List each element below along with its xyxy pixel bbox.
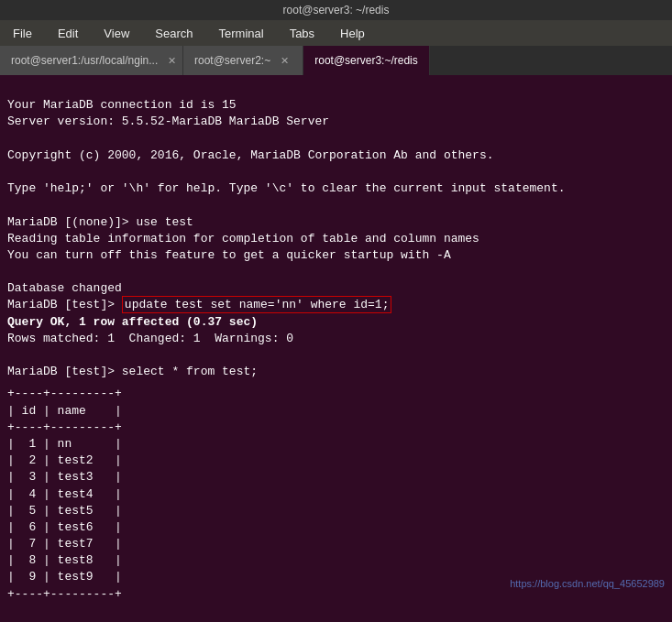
- tab-server1[interactable]: root@server1:/usr/local/ngin... ✕: [0, 46, 183, 75]
- tab-server3-label: root@server3:~/redis: [314, 54, 418, 67]
- menu-view[interactable]: View: [98, 25, 135, 42]
- highlighted-command: update test set name='nn' where id=1;: [122, 296, 392, 313]
- table-row: +----+---------+: [7, 587, 122, 601]
- menu-terminal[interactable]: Terminal: [214, 25, 270, 42]
- line-reading-table: Reading table information for completion…: [7, 232, 479, 246]
- tab-server1-label: root@server1:/usr/local/ngin...: [11, 54, 158, 67]
- table-row: | id | name |: [7, 404, 122, 418]
- tabs-bar: root@server1:/usr/local/ngin... ✕ root@s…: [0, 46, 672, 75]
- table-row: | 8 | test8 |: [7, 553, 122, 567]
- line-server-version: Server version: 5.5.52-MariaDB MariaDB S…: [7, 115, 329, 128]
- table-row: | 2 | test2 |: [7, 453, 122, 467]
- line-rows-matched: Rows matched: 1 Changed: 1 Warnings: 0: [7, 332, 293, 345]
- table-row: +----+---------+: [7, 387, 122, 400]
- line-db-changed: Database changed: [7, 281, 122, 295]
- line-query-ok: Query OK, 1 row affected (0.37 sec): [7, 315, 258, 329]
- prompt-update: MariaDB [test]>: [7, 298, 122, 311]
- line-turn-off: You can turn off this feature to get a q…: [7, 248, 451, 262]
- result-line: 9 rows in set (0.00 sec) MariaDB [test]>: [0, 608, 672, 622]
- menu-edit[interactable]: Edit: [52, 25, 83, 42]
- title-bar: root@server3: ~/redis: [0, 0, 672, 20]
- watermark: https://blog.csdn.net/qq_45652989: [510, 578, 665, 589]
- line-select: MariaDB [test]> select * from test;: [7, 365, 258, 378]
- menu-tabs[interactable]: Tabs: [284, 25, 320, 42]
- table-row: | 3 | test3 |: [7, 470, 122, 484]
- tab-server2[interactable]: root@server2:~ ✕: [183, 46, 303, 75]
- tab-server1-close[interactable]: ✕: [165, 54, 179, 68]
- table-row: | 7 | test7 |: [7, 537, 122, 551]
- line-connection-id: Your MariaDB connection id is 15: [7, 98, 237, 112]
- line-copyright: Copyright (c) 2000, 2016, Oracle, MariaD…: [7, 148, 494, 162]
- title-text: root@server3: ~/redis: [283, 4, 390, 16]
- table-row: +----+---------+: [7, 420, 122, 434]
- menu-help[interactable]: Help: [335, 25, 370, 42]
- line-help-hint: Type 'help;' or '\h' for help. Type '\c'…: [7, 181, 566, 195]
- menu-file[interactable]: File: [7, 25, 38, 42]
- tab-server2-label: root@server2:~: [194, 54, 270, 67]
- table-row: | 1 | nn |: [7, 437, 122, 451]
- line-use-test: MariaDB [(none)]> use test: [7, 215, 193, 229]
- table-row: | 5 | test5 |: [7, 504, 122, 518]
- tab-server2-close[interactable]: ✕: [278, 54, 292, 68]
- line-update-prompt: MariaDB [test]> update test set name='nn…: [7, 296, 391, 313]
- menu-bar: File Edit View Search Terminal Tabs Help: [0, 20, 672, 46]
- terminal-content: Your MariaDB connection id is 15 Server …: [0, 75, 672, 386]
- table-row: | 4 | test4 |: [7, 487, 122, 501]
- tab-server3[interactable]: root@server3:~/redis: [303, 46, 430, 75]
- table-row: | 9 | test9 |: [7, 570, 122, 584]
- menu-search[interactable]: Search: [149, 25, 198, 42]
- table-output: +----+---------+ | id | name | +----+---…: [0, 386, 672, 607]
- table-row: | 6 | test6 |: [7, 520, 122, 534]
